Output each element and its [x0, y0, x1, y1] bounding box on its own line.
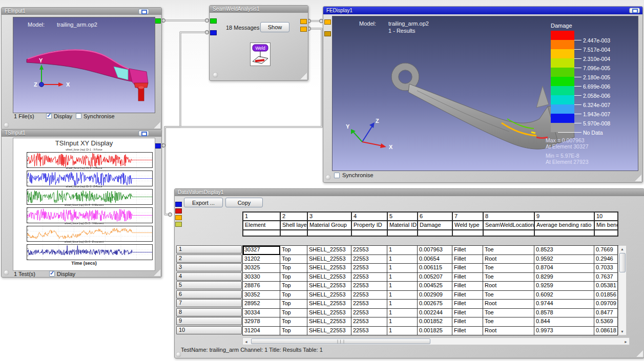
row-header-button[interactable]: 8 — [176, 308, 242, 316]
fe-input-titlebar[interactable]: FEInput1 — [2, 8, 161, 15]
seam-weld-results-output-port-1[interactable] — [300, 19, 307, 24]
table-cell[interactable]: Root — [483, 255, 534, 264]
ts-input-plot-panel[interactable]: TSInput XY Display wheel_force (rsp) Ch … — [13, 138, 155, 271]
table-cell[interactable]: 28952 — [243, 300, 280, 309]
scroll-down-arrow[interactable]: ▼ — [619, 328, 626, 335]
row-header-button[interactable]: 2 — [176, 254, 242, 263]
header-cell[interactable]: 10 — [595, 213, 618, 221]
row-header-button[interactable]: 6 — [176, 290, 242, 299]
table-cell[interactable]: Toe — [483, 291, 534, 300]
horizontal-scroll-thumb[interactable] — [251, 338, 430, 344]
row-header-button[interactable]: 10 — [176, 326, 242, 334]
table-cell[interactable]: 0.001852 — [418, 317, 452, 327]
header-cell[interactable]: Average bending ratio — [535, 221, 595, 230]
table-cell[interactable]: Top — [280, 317, 307, 327]
table-cell[interactable]: 0.8704 — [534, 264, 594, 273]
table-cell[interactable]: 22553 — [351, 327, 387, 336]
table-cell[interactable]: SHELL_22553 — [307, 317, 351, 327]
header-cell[interactable] — [484, 230, 535, 237]
ts-subplot[interactable]: wheel_force (rsp) Ch 1 : X-Force — [13, 148, 155, 152]
table-cell[interactable]: Toe — [483, 246, 534, 255]
header-cell[interactable]: 2 — [281, 213, 308, 221]
fe-display-results-input-port-1[interactable] — [324, 19, 331, 25]
table-cell[interactable]: 1 — [387, 282, 418, 291]
row-header-button[interactable]: 3 — [176, 263, 242, 271]
table-cell[interactable]: 0.6092 — [534, 291, 594, 300]
header-cell[interactable]: 3 — [308, 213, 352, 221]
header-cell[interactable] — [281, 230, 308, 237]
table-cell[interactable]: Fillet — [452, 255, 483, 264]
table-cell[interactable]: 31204 — [243, 327, 280, 336]
table-cell[interactable]: 0.9592 — [534, 255, 594, 264]
table-cell[interactable]: 0.844 — [534, 317, 594, 327]
header-cell[interactable]: SeamWeldLocation — [484, 221, 535, 230]
header-cell[interactable]: Damage — [418, 221, 453, 230]
table-cell[interactable]: SHELL_22553 — [307, 255, 351, 264]
table-cell[interactable]: Fillet — [452, 327, 483, 336]
table-cell[interactable]: 30325 — [243, 264, 280, 273]
table-cell[interactable]: 22553 — [351, 282, 387, 291]
window-data-values-display[interactable]: DataValuesDisplay1 Export ... Copy 12345… — [174, 188, 644, 358]
table-cell[interactable]: 0.00654 — [418, 255, 452, 264]
header-cell[interactable]: 4 — [352, 213, 388, 221]
table-cell[interactable]: 22553 — [351, 317, 387, 327]
table-cell[interactable]: 1 — [387, 327, 418, 336]
table-cell[interactable]: Fillet — [452, 317, 483, 327]
table-cell[interactable]: 0.2946 — [594, 255, 618, 264]
table-cell[interactable]: 0.007963 — [418, 246, 452, 255]
row-header-button[interactable]: 4 — [176, 272, 242, 281]
fe-input-display-checkbox[interactable] — [46, 113, 52, 119]
table-cell[interactable]: Root — [483, 282, 534, 291]
fe-display-titlebar[interactable]: FEDisplay1 — [323, 7, 642, 14]
table-cell[interactable]: 0.9973 — [534, 327, 594, 336]
table-cell[interactable]: 0.8578 — [534, 309, 594, 318]
table-cell[interactable]: Root — [483, 327, 534, 336]
ts-subplot[interactable]: wheel_force (rsp) Ch 2 : Y-Force — [13, 167, 155, 171]
table-cell[interactable]: Fillet — [452, 246, 483, 255]
table-cell[interactable]: 30330 — [243, 273, 280, 282]
ts-input-titlebar[interactable]: TSInput1 — [2, 130, 161, 137]
header-cell[interactable] — [388, 230, 418, 237]
seam-weld-fe-input-port[interactable] — [210, 18, 217, 24]
ts-subplot[interactable]: wheel_force (rsp) Ch 5 : Y-Moment — [13, 222, 155, 226]
table-cell[interactable]: 0.9744 — [534, 300, 594, 309]
table-cell[interactable]: 22553 — [351, 255, 387, 264]
ts-subplot[interactable]: wheel_force (rsp) Ch 4 : X-Moment — [13, 204, 155, 207]
data-values-titlebar[interactable]: DataValuesDisplay1 — [175, 189, 644, 196]
table-cell[interactable]: 30334 — [243, 309, 280, 318]
header-cell[interactable] — [595, 230, 618, 237]
table-cell[interactable]: 30327 — [243, 246, 280, 255]
header-cell[interactable] — [418, 230, 453, 237]
data-values-input-port-blue[interactable] — [175, 202, 182, 207]
table-cell[interactable]: 0.08618 — [594, 327, 618, 336]
table-cell[interactable]: 22553 — [351, 264, 387, 273]
table-cell[interactable]: 0.5369 — [594, 317, 618, 327]
table-cell[interactable]: SHELL_22553 — [307, 264, 351, 273]
table-cell[interactable]: 0.01856 — [594, 291, 618, 300]
header-cell[interactable] — [308, 230, 352, 237]
fe-display-resize-grip[interactable] — [635, 175, 641, 181]
row-header-button[interactable]: 9 — [176, 317, 242, 325]
table-cell[interactable]: Toe — [483, 317, 534, 327]
fe-input-viewport[interactable]: Model: trailing_arm.op2 Y Z X — [13, 17, 155, 113]
table-cell[interactable]: Fillet — [452, 291, 483, 300]
table-cell[interactable]: Fillet — [452, 273, 483, 282]
table-horizontal-scrollbar[interactable]: ◄ ► — [242, 337, 630, 345]
scroll-left-arrow[interactable]: ◄ — [243, 338, 250, 345]
table-cell[interactable]: Top — [280, 291, 307, 300]
table-cell[interactable]: 22553 — [351, 309, 387, 318]
ts-input-restore-button[interactable] — [138, 131, 149, 136]
table-cell[interactable]: 0.9259 — [534, 282, 594, 291]
table-cell[interactable]: SHELL_22553 — [307, 273, 351, 282]
scroll-up-arrow[interactable]: ▲ — [619, 246, 626, 252]
table-cell[interactable]: 0.005207 — [418, 273, 452, 282]
table-cell[interactable]: 31202 — [243, 255, 280, 264]
table-cell[interactable]: 1 — [387, 264, 418, 273]
seam-weld-resize-grip[interactable] — [300, 73, 307, 79]
table-cell[interactable]: Fillet — [452, 282, 483, 291]
ts-input-resize-grip[interactable] — [154, 269, 160, 276]
wire-tsinput-to-seamweld[interactable] — [165, 32, 205, 145]
table-cell[interactable]: 0.004525 — [418, 282, 452, 291]
table-cell[interactable]: Top — [280, 327, 307, 336]
table-cell[interactable]: SHELL_22553 — [307, 246, 351, 255]
